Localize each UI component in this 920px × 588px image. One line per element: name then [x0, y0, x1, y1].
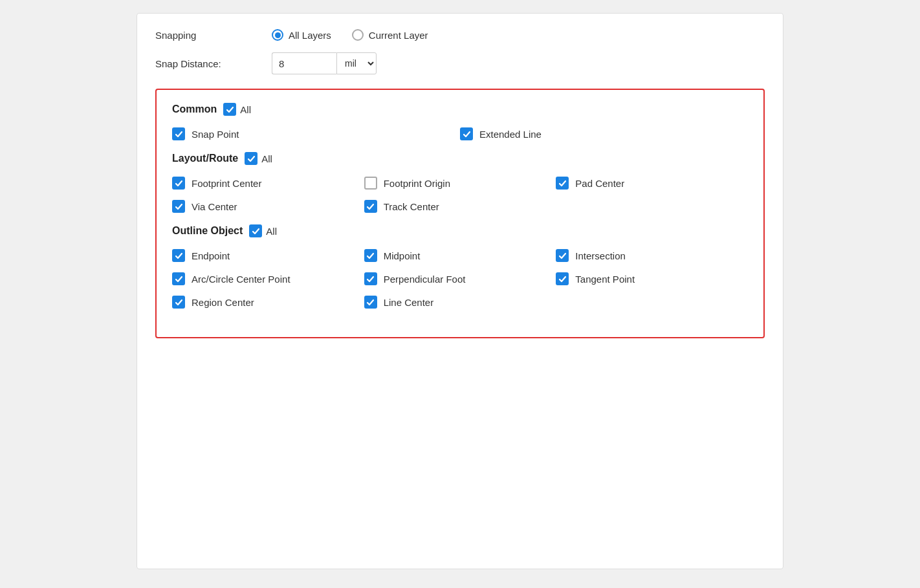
settings-panel: Snapping All Layers Current Layer Snap D… — [137, 13, 783, 569]
intersection-option[interactable]: Intersection — [556, 249, 748, 262]
current-layer-option[interactable]: Current Layer — [352, 29, 428, 41]
arc-circle-center-label: Arc/Circle Center Point — [192, 274, 290, 285]
midpoint-checkbox[interactable] — [364, 249, 377, 262]
all-layers-label: All Layers — [289, 30, 331, 41]
outline-object-section-header: Outline Object All — [172, 224, 748, 237]
layout-route-options: Footprint Center Footprint Origin Pad Ce… — [172, 177, 748, 213]
track-center-label: Track Center — [384, 201, 439, 212]
snap-point-label: Snap Point — [192, 129, 239, 140]
perpendicular-foot-label: Perpendicular Foot — [384, 274, 466, 285]
midpoint-option[interactable]: Midpoint — [364, 249, 556, 262]
outline-object-all-checkbox-box[interactable] — [249, 224, 262, 237]
tangent-point-label: Tangent Point — [575, 274, 635, 285]
snap-point-option[interactable]: Snap Point — [172, 127, 460, 140]
layout-route-section-header: Layout/Route All — [172, 152, 748, 165]
endpoint-label: Endpoint — [192, 250, 230, 261]
common-title: Common — [172, 103, 217, 115]
common-options: Snap Point Extended Line — [172, 127, 748, 140]
pad-center-checkbox[interactable] — [556, 177, 569, 190]
common-all-checkbox-box[interactable] — [223, 103, 236, 116]
intersection-label: Intersection — [575, 250, 626, 261]
line-center-checkbox[interactable] — [364, 296, 377, 309]
track-center-option[interactable]: Track Center — [364, 200, 556, 213]
pad-center-option[interactable]: Pad Center — [556, 177, 748, 190]
track-center-checkbox[interactable] — [364, 200, 377, 213]
intersection-checkbox[interactable] — [556, 249, 569, 262]
snapping-label: Snapping — [155, 30, 272, 41]
common-all-label: All — [240, 104, 251, 115]
snapping-row: Snapping All Layers Current Layer — [155, 29, 765, 41]
outline-object-all-label: All — [266, 226, 277, 237]
footprint-origin-option[interactable]: Footprint Origin — [364, 177, 556, 190]
midpoint-label: Midpoint — [384, 250, 421, 261]
layout-route-all-label: All — [261, 153, 272, 164]
via-center-label: Via Center — [192, 201, 237, 212]
common-all-checkbox[interactable]: All — [223, 103, 251, 116]
footprint-origin-checkbox[interactable] — [364, 177, 377, 190]
layout-route-all-checkbox-box[interactable] — [245, 152, 257, 165]
snapping-radio-group: All Layers Current Layer — [272, 29, 428, 41]
outline-object-all-checkbox[interactable]: All — [249, 224, 277, 237]
snap-distance-label: Snap Distance: — [155, 58, 272, 69]
arc-circle-center-option[interactable]: Arc/Circle Center Point — [172, 272, 364, 285]
snap-value-input[interactable] — [272, 52, 336, 74]
region-center-checkbox[interactable] — [172, 296, 185, 309]
tangent-point-checkbox[interactable] — [556, 272, 569, 285]
all-layers-radio[interactable] — [272, 29, 283, 41]
layout-route-title: Layout/Route — [172, 153, 238, 164]
region-center-label: Region Center — [192, 297, 254, 308]
footprint-center-label: Footprint Center — [192, 178, 261, 189]
footprint-center-checkbox[interactable] — [172, 177, 185, 190]
extended-line-checkbox[interactable] — [460, 127, 473, 140]
outline-object-title: Outline Object — [172, 225, 243, 237]
common-section-header: Common All — [172, 103, 748, 116]
snap-distance-row: Snap Distance: mil mm in — [155, 52, 765, 74]
via-center-checkbox[interactable] — [172, 200, 185, 213]
snap-distance-inputs: mil mm in — [272, 52, 377, 74]
extended-line-option[interactable]: Extended Line — [460, 127, 748, 140]
footprint-center-option[interactable]: Footprint Center — [172, 177, 364, 190]
endpoint-checkbox[interactable] — [172, 249, 185, 262]
snap-options-box: Common All Snap Point — [155, 89, 765, 338]
region-center-option[interactable]: Region Center — [172, 296, 364, 309]
current-layer-label: Current Layer — [369, 30, 428, 41]
perpendicular-foot-checkbox[interactable] — [364, 272, 377, 285]
line-center-label: Line Center — [384, 297, 434, 308]
all-layers-option[interactable]: All Layers — [272, 29, 331, 41]
current-layer-radio[interactable] — [352, 29, 364, 41]
layout-route-all-checkbox[interactable]: All — [245, 152, 272, 165]
via-center-option[interactable]: Via Center — [172, 200, 364, 213]
outline-object-options: Endpoint Midpoint Intersection Arc/Circl… — [172, 249, 748, 309]
endpoint-option[interactable]: Endpoint — [172, 249, 364, 262]
footprint-origin-label: Footprint Origin — [384, 178, 450, 189]
line-center-option[interactable]: Line Center — [364, 296, 556, 309]
extended-line-label: Extended Line — [479, 129, 542, 140]
pad-center-label: Pad Center — [575, 178, 624, 189]
snap-point-checkbox[interactable] — [172, 127, 185, 140]
arc-circle-center-checkbox[interactable] — [172, 272, 185, 285]
snap-unit-select[interactable]: mil mm in — [336, 52, 377, 74]
perpendicular-foot-option[interactable]: Perpendicular Foot — [364, 272, 556, 285]
tangent-point-option[interactable]: Tangent Point — [556, 272, 748, 285]
